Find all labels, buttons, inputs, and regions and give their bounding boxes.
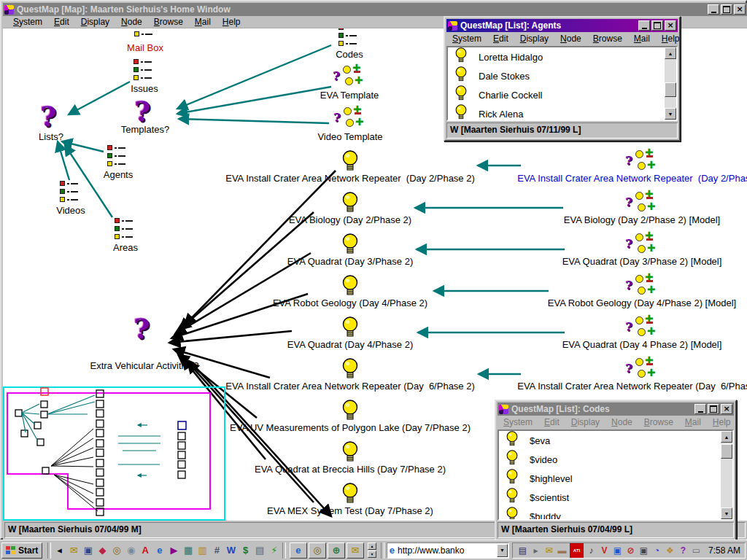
money-icon[interactable]: $ [239, 544, 252, 557]
bulb-9-node-icon[interactable] [342, 483, 358, 508]
bulb-7-node-icon[interactable] [342, 400, 358, 424]
model-3-node-icon[interactable]: ? ✚ ✚ [625, 233, 659, 255]
maximize-button[interactable] [708, 404, 719, 414]
areas-node-label[interactable]: Areas [113, 242, 138, 253]
close-button[interactable]: × [665, 20, 676, 31]
power-lightning-icon[interactable]: ⚡ [268, 544, 280, 557]
issues-node-label[interactable]: Issues [131, 83, 158, 94]
menu-browse[interactable]: Browse [638, 416, 679, 428]
agents-titlebar[interactable]: QuestMap [List]: Agents × [446, 19, 678, 32]
volume-tray-icon[interactable]: ♪ [586, 545, 597, 556]
menu-edit[interactable]: Edit [487, 33, 514, 44]
menu-mail[interactable]: Mail [189, 16, 217, 28]
eva-activities-node-icon[interactable]: ? [133, 316, 150, 341]
menu-system[interactable]: System [7, 16, 48, 28]
bulb-5-node-icon[interactable] [342, 316, 358, 341]
internet-explorer-icon[interactable]: e [154, 544, 166, 557]
menu-browse[interactable]: Browse [148, 16, 189, 28]
bulb-5-node-label[interactable]: EVA Quadrat (Day 4/Phase 2) [287, 339, 413, 350]
bulb-1-node-label[interactable]: EVA Install Crater Area Network Repeater… [225, 173, 475, 184]
model-3-node-label[interactable]: EVA Quadrat (Day 3/Phase 2) [Model] [562, 256, 722, 267]
menu-mail[interactable]: Mail [628, 33, 656, 44]
agents-node-label[interactable]: Agents [104, 169, 133, 180]
menu-node[interactable]: Node [554, 33, 587, 44]
collapse-arrow-icon[interactable]: ◂ [53, 544, 66, 557]
model-5-node-label[interactable]: EVA Quadrat (Day 4 Phase 2) [Model] [562, 339, 722, 350]
bulb-2-node-label[interactable]: EVA Biology (Day 2/Phase 2) [289, 214, 411, 225]
close-button[interactable]: × [734, 4, 746, 15]
scroll-down-button[interactable]: ▼ [721, 508, 732, 519]
bulb-9-node-label[interactable]: EVA MEX System Test (Day 7/Phase 2) [267, 505, 433, 516]
bulb-6-node-label[interactable]: EVA Install Crater Area Network Repeater… [225, 381, 475, 392]
acrobat-icon[interactable]: A [139, 544, 152, 557]
scroll-up-button[interactable]: ▲ [665, 47, 676, 59]
list-item[interactable]: $eva [499, 431, 721, 450]
lists-node-icon[interactable]: ? [40, 104, 56, 129]
model-4-node-icon[interactable]: ? ✚ ✚ [625, 275, 659, 297]
videos-node-icon[interactable] [60, 180, 78, 204]
menu-browse[interactable]: Browse [587, 33, 628, 44]
eva-template-node-label[interactable]: EVA Template [320, 90, 379, 101]
menu-edit[interactable]: Edit [48, 16, 75, 28]
questmap-icon[interactable]: ▶ [168, 544, 180, 557]
ati-tray-icon[interactable]: ATI [570, 543, 584, 558]
eva-template-node-icon[interactable]: ? ✚ ✚ [333, 66, 366, 88]
bulb-7-node-label[interactable]: EVA UV Measurements of Polygon Lake (Day… [230, 422, 471, 433]
maximize-button[interactable] [651, 20, 663, 31]
menu-edit[interactable]: Edit [538, 416, 565, 428]
camera-tray-icon[interactable]: ▣ [638, 545, 649, 556]
menu-node[interactable]: Node [115, 16, 148, 28]
spin-up-button[interactable]: ▲ [368, 542, 376, 550]
ie-document-icon[interactable]: e [290, 542, 307, 559]
video-camera-icon[interactable]: ▤ [254, 544, 266, 557]
mail-box-node-icon[interactable] [134, 31, 152, 39]
menu-help[interactable]: Help [656, 33, 686, 44]
search-folder-icon[interactable]: ◎ [309, 542, 326, 559]
codes-scrollbar[interactable]: ▲ ▼ [721, 431, 732, 519]
minimize-button[interactable] [694, 404, 706, 414]
display-window-icon[interactable]: ▣ [82, 544, 95, 557]
address-dropdown-button[interactable]: ▼ [497, 544, 508, 557]
list-item[interactable]: Loretta Hidalgo [448, 47, 665, 66]
start-button[interactable]: Start [1, 542, 42, 559]
printer-tray-icon[interactable]: ▭ [691, 545, 702, 556]
video-template-node-icon[interactable]: ? ✚ ✚ [333, 107, 367, 129]
scroll-down-button[interactable]: ▼ [665, 108, 676, 120]
globe-edit-icon[interactable]: ⊕ [328, 542, 345, 559]
display-tray-icon[interactable]: ▣ [612, 545, 623, 556]
menu-mail[interactable]: Mail [679, 416, 707, 428]
address-input[interactable]: http://www.banko [398, 545, 497, 556]
mail-clock-icon[interactable]: ✉ [347, 542, 364, 559]
areas-node-icon[interactable] [115, 217, 133, 241]
menu-system[interactable]: System [446, 33, 487, 44]
model-6-node-label[interactable]: EVA Install Crater Area Network Repeater… [517, 381, 747, 392]
templates-node-label[interactable]: Templates? [121, 124, 169, 135]
codes-titlebar[interactable]: QuestMap [List]: Codes × [498, 402, 734, 416]
codes-menubar[interactable]: SystemEditDisplayNodeBrowseMailHelp [496, 416, 735, 429]
dvd-player-icon[interactable]: ◉ [125, 544, 137, 557]
address-bar[interactable]: e http://www.banko ▼ [387, 542, 509, 559]
list-item[interactable]: Charlie Cockell [448, 85, 665, 104]
eva-activities-node-label[interactable]: Extra Vehicular Activities? [90, 360, 199, 371]
scroll-up-button[interactable]: ▲ [721, 431, 732, 443]
issues-node-icon[interactable] [133, 58, 152, 82]
model-5-node-icon[interactable]: ? ✚ ✚ [625, 316, 659, 338]
menu-node[interactable]: Node [605, 416, 638, 428]
pointer-tray-icon[interactable]: ▸ [530, 545, 541, 556]
model-4-node-label[interactable]: EVA Robot Geology (Day 4/Phase 2) [Model… [548, 298, 736, 308]
bulb-4-node-icon[interactable] [342, 275, 358, 300]
network-icon[interactable]: # [211, 544, 223, 557]
list-item[interactable]: Rick Alena [448, 104, 665, 120]
agents-node-icon[interactable] [107, 144, 125, 168]
minimize-button[interactable] [708, 4, 719, 15]
videos-node-label[interactable]: Videos [56, 205, 85, 216]
vshield-tray-icon[interactable]: V [599, 545, 610, 556]
word-icon[interactable]: W [225, 544, 238, 557]
menu-display[interactable]: Display [565, 416, 605, 428]
scheduler-tray-icon[interactable]: ▤ [517, 545, 528, 556]
mail-box-node-label[interactable]: Mail Box [127, 42, 163, 53]
list-item[interactable]: Dale Stokes [448, 66, 665, 85]
menu-help[interactable]: Help [707, 416, 737, 428]
agents-menubar[interactable]: SystemEditDisplayNodeBrowseMailHelp [445, 32, 679, 45]
minimize-button[interactable] [638, 20, 650, 31]
